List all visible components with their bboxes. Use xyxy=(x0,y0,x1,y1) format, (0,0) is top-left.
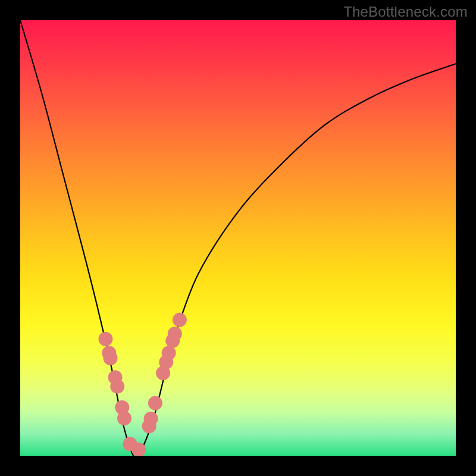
marker-dot xyxy=(162,346,176,360)
marker-dot xyxy=(98,332,112,346)
watermark-text: TheBottleneck.com xyxy=(343,4,468,20)
curve-line xyxy=(20,20,456,456)
marker-dot xyxy=(117,411,131,425)
curve-svg xyxy=(20,20,456,456)
marker-dot xyxy=(144,412,158,426)
marker-dot xyxy=(110,380,124,394)
plot-area xyxy=(20,20,456,456)
marker-dot xyxy=(148,396,162,410)
marker-dot xyxy=(104,351,118,365)
marker-dot xyxy=(173,313,187,327)
marker-group xyxy=(98,313,186,456)
marker-dot xyxy=(168,327,182,341)
chart-container: TheBottleneck.com xyxy=(0,0,476,476)
